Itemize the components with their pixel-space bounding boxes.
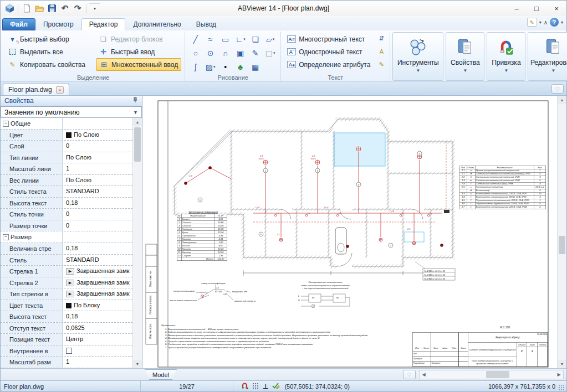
pin-icon[interactable]	[132, 97, 138, 105]
scroll-thumb[interactable]	[486, 371, 509, 378]
property-row[interactable]: Размер точки 0	[1, 220, 132, 232]
notes-pad-icon[interactable]: ✎	[527, 18, 537, 27]
property-value[interactable]: 0,18	[63, 243, 132, 254]
collapse-ribbon-icon[interactable]: ∧	[544, 19, 548, 25]
scroll-left-icon[interactable]: ◀	[420, 372, 428, 377]
polygon-tool-icon[interactable]: ▱▾	[263, 33, 277, 45]
maximize-button[interactable]: □	[527, 1, 546, 16]
open-file-icon[interactable]	[34, 3, 45, 14]
property-row[interactable]: Масштаб лини 1	[1, 163, 132, 175]
copy-object-icon[interactable]: ▣	[233, 47, 247, 59]
tab-editor[interactable]: Редактор	[81, 18, 126, 30]
property-value[interactable]: По Слою	[63, 175, 132, 186]
scroll-down-icon[interactable]: ▼	[133, 360, 142, 368]
property-value[interactable]: Закрашенная замк	[63, 288, 132, 300]
snap-menu-button[interactable]: Привязка ▼	[487, 32, 525, 81]
panel-toggle-icon[interactable]: ♡	[551, 84, 564, 94]
notes-dropdown-icon[interactable]: ▾	[539, 20, 542, 25]
property-value[interactable]: 1	[63, 163, 132, 174]
redo-icon[interactable]: ↷	[72, 3, 83, 14]
property-value[interactable]: 0,18	[63, 198, 132, 209]
property-row[interactable]: Стрелка 2 Закрашенная замк	[1, 277, 132, 289]
tab-file[interactable]: Файл	[2, 18, 35, 30]
numbering-icon[interactable]: ⇵	[376, 34, 386, 43]
property-row[interactable]: Позиция текст Центр	[1, 334, 132, 345]
quick-input-button[interactable]: ✛ Быстрый ввод	[96, 45, 181, 58]
scroll-right-icon[interactable]: ▶	[555, 372, 563, 377]
undo-icon[interactable]: ↶	[59, 3, 70, 14]
arc-tool-icon[interactable]: ∩	[218, 47, 232, 59]
property-value[interactable]: По Слою	[63, 130, 132, 141]
property-value[interactable]: По Слою	[63, 152, 132, 163]
hatch-tool-icon[interactable]: ▨▾	[203, 60, 217, 73]
quick-select-button[interactable]: ▼ϟ Быстрый выбор	[5, 33, 88, 45]
property-value[interactable]	[63, 231, 132, 243]
property-value[interactable]: STANDARD	[63, 186, 132, 197]
property-value[interactable]: 0,0625	[63, 323, 132, 334]
checkbox[interactable]	[66, 348, 72, 354]
property-value[interactable]: 0	[63, 220, 132, 231]
property-value[interactable]: 0	[63, 141, 132, 152]
property-row[interactable]: Размер	[1, 231, 132, 243]
ortho-icon[interactable]: ⊥	[263, 383, 268, 390]
point-tool-icon[interactable]: •	[218, 60, 232, 73]
edit-text-style-icon[interactable]: A	[376, 47, 386, 56]
tab-output[interactable]: Вывод	[189, 18, 223, 30]
block-editor-button[interactable]: ❏ Редактор блоков	[96, 33, 181, 45]
property-row[interactable]: Стрелка 1 Закрашенная замк	[1, 266, 132, 277]
preset-dropdown[interactable]: Значения по умолчанию ▼	[1, 106, 142, 118]
group-tool-icon[interactable]: ▢▾	[263, 47, 277, 59]
scroll-thumb[interactable]	[134, 127, 141, 162]
scroll-up-icon[interactable]: ▲	[133, 118, 142, 126]
draw-mode-icon[interactable]	[272, 382, 280, 390]
singleline-text-button[interactable]: A‾ Однострочный текст	[284, 45, 373, 58]
copy-properties-button[interactable]: ✎ Копировать свойства	[5, 58, 88, 71]
property-row[interactable]: Стиль текста STANDARD	[1, 186, 132, 198]
close-document-icon[interactable]: ×	[56, 86, 64, 94]
scroll-thumb[interactable]	[559, 236, 565, 254]
property-row[interactable]: Стиль STANDARD	[1, 255, 132, 266]
property-value[interactable]: По Блоку	[63, 300, 132, 311]
attribute-definition-button[interactable]: A⁎ Определение атрибута	[284, 58, 373, 71]
new-document-icon[interactable]	[21, 3, 32, 14]
panel-toggle-icon[interactable]: ♡	[403, 370, 416, 379]
line-tool-icon[interactable]: ╱	[188, 33, 202, 45]
property-row[interactable]: Тип стрелки в Закрашенная замк	[1, 288, 132, 300]
property-value[interactable]	[63, 345, 132, 357]
property-value[interactable]: Центр	[63, 334, 132, 345]
multiple-input-button[interactable]: ⊞ Множественный ввод	[96, 58, 181, 71]
canvas-horizontal-scrollbar[interactable]: ◀ ▶	[419, 370, 564, 379]
spline-tool-icon[interactable]: ʃ	[188, 60, 202, 73]
grid-icon[interactable]	[252, 383, 259, 390]
property-row[interactable]: Стиль точки 0	[1, 209, 132, 220]
multiline-text-button[interactable]: A≡ Многострочный текст	[284, 33, 373, 45]
properties-menu-button[interactable]: Свойства ▼	[446, 32, 484, 81]
property-value[interactable]: Закрашенная замк	[63, 266, 132, 277]
circle-tool-icon[interactable]: ○	[188, 47, 202, 59]
tab-advanced[interactable]: Дополнительно	[126, 18, 188, 30]
property-row[interactable]: Высота текст 0,18	[1, 198, 132, 209]
property-row[interactable]: Цвет текста По Блоку	[1, 300, 132, 312]
resize-grip[interactable]	[558, 384, 565, 391]
help-dropdown-icon[interactable]: ▾	[561, 20, 563, 25]
property-value[interactable]: 0,18	[63, 311, 132, 322]
pen-tool-icon[interactable]: ✎	[248, 47, 262, 59]
ellipse-tool-icon[interactable]: ⊙	[203, 47, 217, 59]
property-value[interactable]: Закрашенная замк	[63, 277, 132, 288]
sketch-tool-icon[interactable]: ≈	[203, 33, 217, 45]
model-tab[interactable]: Model	[145, 369, 177, 380]
property-value[interactable]: STANDARD	[63, 255, 132, 266]
property-value[interactable]: 0	[63, 209, 132, 220]
property-row[interactable]: Вес линии По Слою	[1, 175, 132, 187]
drawing-canvas[interactable]: Взам. инв. № Подпись и дата Инв. № подл.	[142, 96, 566, 368]
edit-text-icon[interactable]: ✎	[376, 60, 386, 69]
image-tool-icon[interactable]: ♣	[233, 60, 247, 73]
help-icon[interactable]: ?	[550, 18, 559, 27]
minimize-button[interactable]: –	[507, 1, 527, 16]
customize-toolbar-icon[interactable]: ▾	[89, 3, 100, 14]
polyline-tool-icon[interactable]: ∟▾	[233, 33, 247, 45]
document-tab[interactable]: Floor plan.dwg ×	[3, 84, 69, 95]
close-button[interactable]: ×	[546, 1, 566, 16]
property-value[interactable]: 1	[63, 357, 132, 368]
property-row[interactable]: Внутреннее в	[1, 345, 132, 357]
